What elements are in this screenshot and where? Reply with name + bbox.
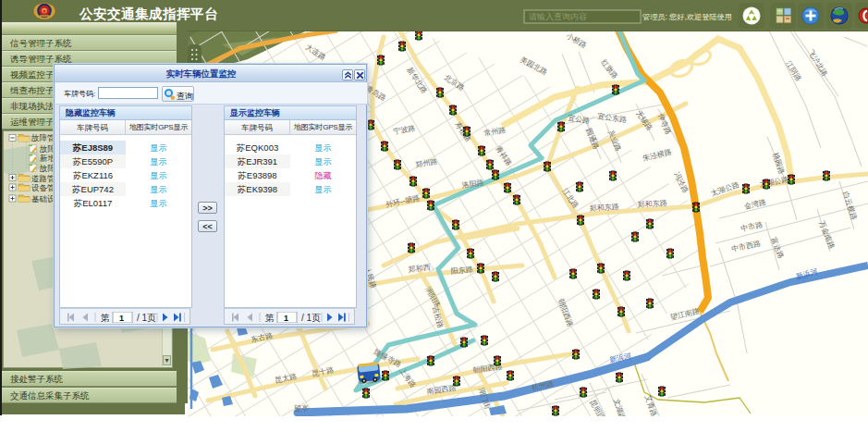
svg-text:/ 1页: / 1页: [301, 313, 321, 323]
svg-text:1: 1: [119, 314, 124, 323]
svg-text:请输入查询内容: 请输入查询内容: [529, 12, 587, 21]
svg-text:公安交通集成指挥平台: 公安交通集成指挥平台: [79, 6, 218, 21]
svg-text:第: 第: [101, 313, 110, 323]
svg-text:管理员: 您好,欢迎登陆使用: 管理员: 您好,欢迎登陆使用: [642, 13, 732, 21]
svg-text:1: 1: [284, 314, 288, 323]
svg-text:/ 1页: / 1页: [137, 313, 156, 323]
svg-text:第: 第: [265, 313, 275, 323]
svg-text:望亭: 望亭: [294, 404, 309, 413]
